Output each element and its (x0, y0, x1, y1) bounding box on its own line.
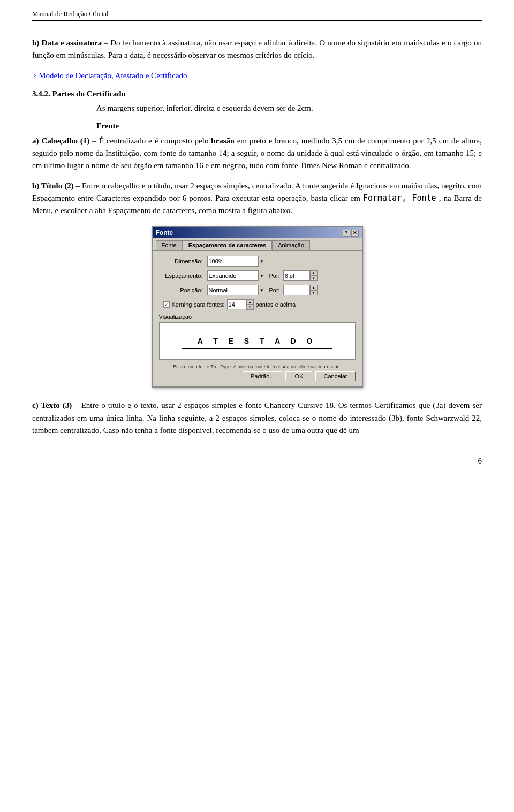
ok-button[interactable]: OK (285, 371, 312, 381)
titulo-bold: b) Título (2) (32, 181, 74, 190)
tab-espacamento[interactable]: Espaçamento de caracteres (183, 240, 273, 250)
kerning-suffix: pontos e acima (256, 301, 296, 308)
por-value[interactable]: 6 pt (283, 270, 310, 281)
kerning-row: ✓ Kerning para fontes: 14 ▲ ▼ pontos e a… (159, 299, 356, 310)
brasao-bold: brasão (211, 136, 234, 145)
por2-value[interactable] (283, 285, 310, 295)
dimensao-label: Dimensão: (159, 258, 207, 264)
header-bar: Manual de Redação Oficial (32, 10, 482, 21)
por-spin-up[interactable]: ▲ (310, 270, 318, 276)
padrao-button[interactable]: Padrão... (243, 371, 283, 381)
titulo-monospace: Formatar, Fonte (363, 193, 436, 203)
dialog-help-btn[interactable]: ? (343, 230, 350, 237)
posicao-label: Posição: (159, 287, 207, 293)
link-paragraph[interactable]: > Modelo de Declaração, Atestado e Certi… (32, 70, 482, 82)
para-h-bold: h) Data e assinatura (32, 39, 102, 47)
header-title: Manual de Redação Oficial (32, 10, 109, 18)
visualizacao-label: Visualização (159, 314, 356, 320)
kerning-checkbox[interactable]: ✓ (163, 301, 170, 308)
texto-text: – Entre o título e o texto, usar 2 espaç… (32, 401, 482, 435)
frente-label: Frente (96, 122, 482, 131)
viz-text: A T E S T A D O (198, 337, 317, 345)
paragraph-texto: c) Texto (3) – Entre o título e o texto,… (32, 399, 482, 437)
cabecalho-bold: a) Cabeçalho (1) (32, 136, 89, 145)
dimensao-dropdown[interactable]: 100% ▼ (207, 256, 266, 267)
espacamento-label: Espaçamento: (159, 272, 207, 279)
por-spin-down[interactable]: ▼ (310, 276, 318, 281)
dialog-title: Fonte (156, 229, 173, 237)
paragraph-titulo: b) Título (2) – Entre o cabeçalho e o tí… (32, 180, 482, 217)
dimensao-input-group: 100% ▼ (207, 256, 266, 267)
dialog-titlebar: Fonte ? ✕ (153, 227, 362, 238)
posicao-row: Posição: Normal ▼ Por; ▲ ▼ (159, 285, 356, 295)
viz-line-bottom (182, 348, 331, 349)
espacamento-dropdown[interactable]: Expandido ▼ (207, 270, 266, 281)
dialog-tabs: Fonte Espaçamento de caracteres Animação (153, 238, 362, 250)
posicao-arrow[interactable]: ▼ (258, 285, 266, 295)
por2-label: Por; (266, 287, 283, 293)
indent-block: As margens superior, inferior, direita e… (96, 104, 482, 113)
visualizacao-box: A T E S T A D O (159, 322, 356, 360)
paragraph-h: h) Data e assinatura – Do fechamento à a… (32, 37, 482, 62)
model-link[interactable]: > Modelo de Declaração, Atestado e Certi… (32, 71, 187, 80)
kerning-spin-up[interactable]: ▲ (246, 299, 254, 305)
cancelar-button[interactable]: Cancelar (315, 371, 355, 381)
dialog-wrapper: Fonte ? ✕ Fonte Espaçamento de caractere… (32, 226, 482, 388)
espacamento-arrow[interactable]: ▼ (258, 270, 266, 281)
kerning-spin-down[interactable]: ▼ (246, 305, 254, 310)
por-spin: ▲ ▼ (310, 270, 318, 281)
kerning-value[interactable]: 14 (227, 299, 246, 310)
kerning-spin: ▲ ▼ (246, 299, 254, 310)
texto-bold: c) Texto (3) (32, 401, 72, 409)
por2-spin: ▲ ▼ (310, 285, 318, 295)
dialog-footer: Padrão... OK Cancelar (159, 369, 356, 382)
tab-animacao[interactable]: Animação (272, 240, 310, 250)
cabecalho-text: – É centralizado e é composto pelo (92, 136, 211, 145)
tab-fonte[interactable]: Fonte (156, 240, 183, 250)
por2-spin-down[interactable]: ▼ (310, 290, 318, 295)
posicao-value: Normal (208, 287, 258, 293)
dimensao-value: 100% (208, 258, 258, 264)
por2-input-group: ▲ ▼ (283, 285, 318, 295)
espacamento-value: Expandido (208, 272, 258, 279)
posicao-dropdown[interactable]: Normal ▼ (207, 285, 266, 295)
dialog-body: Dimensão: 100% ▼ Espaçamento: Expandido … (153, 250, 362, 386)
kerning-input-group: 14 ▲ ▼ pontos e acima (227, 299, 296, 310)
page-number: 6 (478, 457, 482, 466)
espacamento-row: Espaçamento: Expandido ▼ Por: 6 pt ▲ ▼ (159, 270, 356, 281)
section-342-heading: 3.4.2. Partes do Certificado (32, 89, 482, 98)
dimensao-arrow[interactable]: ▼ (258, 256, 266, 267)
viz-line-top (182, 333, 331, 333)
por2-spin-up[interactable]: ▲ (310, 285, 318, 290)
paragraph-cabecalho: a) Cabeçalho (1) – É centralizado e é co… (32, 135, 482, 172)
indent-text: As margens superior, inferior, direita e… (96, 104, 313, 112)
por-input-group: 6 pt ▲ ▼ (283, 270, 318, 281)
dimensao-row: Dimensão: 100% ▼ (159, 256, 356, 267)
page: Manual de Redação Oficial h) Data e assi… (0, 0, 514, 476)
dialog-close-btn[interactable]: ✕ (351, 230, 359, 237)
viz-footer: Esta é uma fonte TrueType. A mesma fonte… (159, 364, 356, 369)
por-label: Por: (266, 272, 283, 279)
kerning-label: Kerning para fontes: (172, 301, 225, 308)
dialog-titlebar-controls: ? ✕ (343, 230, 359, 237)
dialog-box: Fonte ? ✕ Fonte Espaçamento de caractere… (152, 226, 363, 388)
